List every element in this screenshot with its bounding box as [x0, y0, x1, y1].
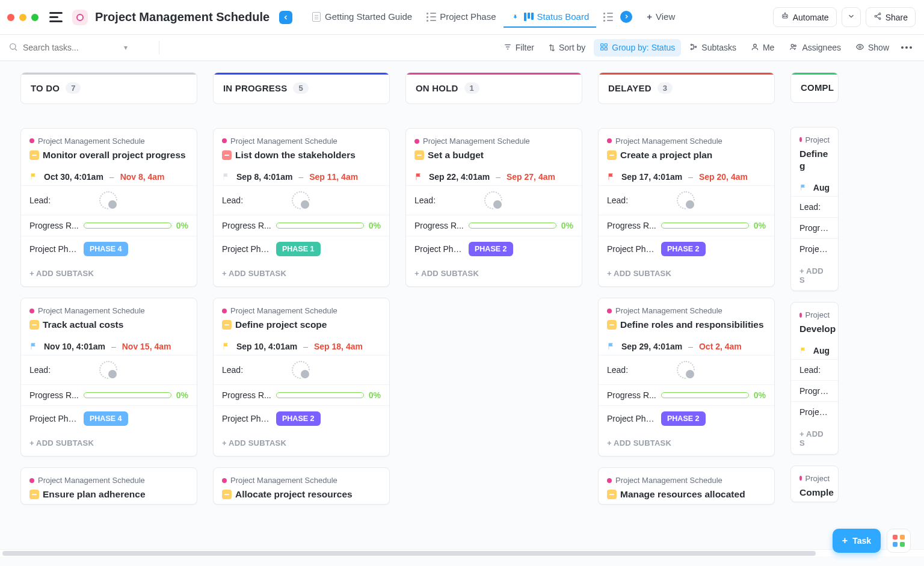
lead-field[interactable]: Lead: — [214, 355, 389, 384]
column-todo: TO DO 7 Project Management Schedule Moni… — [20, 72, 197, 526]
task-title-text: Track actual costs — [43, 319, 123, 331]
progress-field[interactable]: Progress R...0% — [214, 215, 389, 236]
list-icon — [603, 12, 613, 22]
add-subtask-button[interactable]: + ADD S — [791, 422, 838, 454]
apps-button[interactable] — [887, 529, 911, 553]
phase-field[interactable]: Project Pha...PHASE 2 — [214, 405, 389, 431]
search-input[interactable] — [23, 43, 119, 52]
view-tab-getting-started[interactable]: Getting Started Guide — [304, 7, 419, 28]
phase-field[interactable]: Project Pha...PHASE 1 — [214, 236, 389, 262]
sort-label: Sort by — [559, 43, 585, 52]
task-card[interactable]: Project Develop Aug Lead: Progress Proje… — [790, 302, 839, 455]
task-card[interactable]: Project Management Schedule Manage resou… — [598, 467, 775, 505]
column-header-delayed[interactable]: DELAYED 3 — [598, 72, 775, 104]
add-assignee-icon[interactable] — [677, 361, 695, 379]
column-header-todo[interactable]: TO DO 7 — [20, 72, 197, 104]
add-subtask-button[interactable]: + ADD SUBTASK — [214, 262, 389, 286]
list-dot-icon — [799, 137, 802, 142]
view-tab-status-board[interactable]: Status Board — [504, 7, 597, 28]
task-card[interactable]: Project Management Schedule Track actual… — [20, 298, 197, 457]
task-card[interactable]: Project Define g Aug Lead: Progress Proj… — [790, 127, 839, 291]
lead-field[interactable]: Lead: — [214, 185, 389, 215]
fab-task-label: Task — [852, 536, 871, 546]
task-card[interactable]: Project Management Schedule Ensure plan … — [20, 467, 197, 505]
nav-forward-icon[interactable] — [620, 11, 632, 23]
add-assignee-icon[interactable] — [677, 191, 695, 209]
add-subtask-button[interactable]: + ADD S — [791, 259, 838, 291]
task-card[interactable]: Project Management Schedule Set a budget… — [405, 128, 582, 287]
progress-bar — [276, 223, 364, 229]
scrollbar-thumb[interactable] — [2, 551, 816, 556]
add-subtask-button[interactable]: + ADD SUBTASK — [599, 431, 774, 456]
add-assignee-icon[interactable] — [99, 361, 117, 379]
fullscreen-window-button[interactable] — [31, 14, 38, 21]
show-button[interactable]: Show — [849, 39, 895, 57]
column-title: ON HOLD — [416, 83, 458, 93]
search-options-button[interactable]: ▾ — [124, 43, 128, 52]
view-tab-project-phase[interactable]: Project Phase — [419, 7, 503, 28]
search-wrap[interactable]: ▾ — [8, 42, 153, 54]
phase-field[interactable]: Project Pha...PHASE 2 — [599, 405, 774, 431]
minimize-window-button[interactable] — [19, 14, 26, 21]
progress-field[interactable]: Progress R...0% — [214, 384, 389, 405]
sort-button[interactable]: ⇅ Sort by — [543, 39, 591, 56]
task-card[interactable]: Project Management Schedule Create a pro… — [598, 128, 775, 287]
share-button[interactable]: Share — [866, 7, 916, 27]
phase-field[interactable]: Project Pha...PHASE 4 — [21, 236, 197, 262]
progress-field[interactable]: Progress R...0% — [406, 215, 582, 236]
me-button[interactable]: Me — [745, 39, 780, 57]
page-title[interactable]: Project Management Schedule — [95, 10, 271, 24]
lead-field[interactable]: Lead: — [21, 355, 197, 384]
add-subtask-button[interactable]: + ADD SUBTASK — [599, 262, 774, 286]
progress-field[interactable]: Progress R...0% — [599, 384, 774, 405]
horizontal-scrollbar[interactable] — [0, 549, 924, 556]
add-subtask-button[interactable]: + ADD SUBTASK — [21, 431, 197, 456]
view-tab-more[interactable] — [596, 6, 639, 29]
lead-field[interactable]: Lead: — [599, 355, 774, 384]
add-subtask-button[interactable]: + ADD SUBTASK — [214, 431, 389, 456]
list-dot-icon — [29, 138, 34, 143]
menu-toggle-icon[interactable] — [49, 12, 63, 22]
add-subtask-button[interactable]: + ADD SUBTASK — [21, 262, 197, 286]
subtasks-button[interactable]: Subtasks — [683, 39, 742, 57]
add-subtask-button[interactable]: + ADD SUBTASK — [406, 262, 582, 286]
lead-field[interactable]: Lead: — [599, 185, 774, 215]
svg-rect-16 — [605, 43, 607, 46]
board[interactable]: TO DO 7 Project Management Schedule Moni… — [0, 61, 924, 556]
task-card[interactable]: Project Management Schedule Define proje… — [213, 298, 390, 457]
add-assignee-icon[interactable] — [292, 191, 310, 209]
column-header-on-hold[interactable]: ON HOLD 1 — [405, 72, 582, 104]
phase-field[interactable]: Project Pha...PHASE 4 — [21, 405, 197, 431]
lead-field[interactable]: Lead: — [21, 185, 197, 215]
task-card[interactable]: Project Comple — [790, 466, 839, 502]
automate-button[interactable]: Automate — [773, 7, 837, 27]
phase-field[interactable]: Project Pha...PHASE 2 — [599, 236, 774, 262]
progress-field[interactable]: Progress R...0% — [599, 215, 774, 236]
automate-dropdown-button[interactable] — [842, 7, 861, 27]
group-by-button[interactable]: Group by: Status — [594, 39, 681, 57]
progress-field[interactable]: Progress R...0% — [21, 384, 197, 405]
new-task-button[interactable]: + Task — [833, 529, 881, 553]
task-card[interactable]: Project Management Schedule Allocate pro… — [213, 467, 390, 505]
nav-back-button[interactable] — [279, 11, 292, 24]
add-assignee-icon[interactable] — [484, 191, 502, 209]
add-assignee-icon[interactable] — [99, 191, 117, 209]
column-header-in-progress[interactable]: IN PROGRESS 5 — [213, 72, 390, 104]
lead-field[interactable]: Lead: — [406, 185, 582, 215]
more-options-button[interactable] — [898, 43, 916, 52]
column-complete: COMPL Project Define g Aug Lead: Progres… — [790, 72, 839, 526]
column-header-complete[interactable]: COMPL — [790, 72, 839, 103]
pin-icon — [511, 12, 520, 22]
task-card[interactable]: Project Management Schedule Monitor over… — [20, 128, 197, 287]
add-view-button[interactable]: + View — [639, 7, 682, 28]
close-window-button[interactable] — [7, 14, 14, 21]
assignees-button[interactable]: Assignees — [783, 39, 847, 57]
task-card[interactable]: Project Management Schedule Define roles… — [598, 298, 775, 457]
progress-field[interactable]: Progress R...0% — [21, 215, 197, 236]
add-assignee-icon[interactable] — [292, 361, 310, 379]
task-card[interactable]: Project Management Schedule List down th… — [213, 128, 390, 287]
phase-field[interactable]: Project Pha...PHASE 2 — [406, 236, 582, 262]
task-title-text: Allocate project resources — [235, 488, 353, 500]
flag-icon — [607, 342, 615, 351]
filter-button[interactable]: Filter — [497, 39, 540, 57]
